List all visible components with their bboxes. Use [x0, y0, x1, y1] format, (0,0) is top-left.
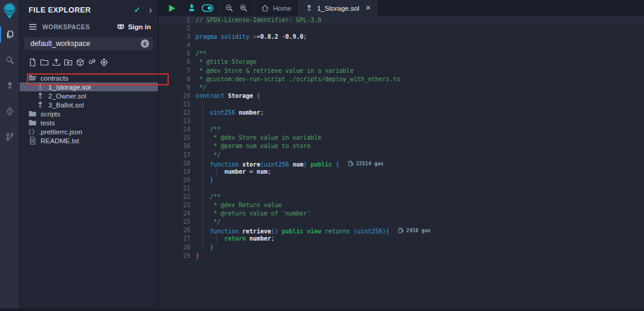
indent-guide	[216, 235, 217, 243]
code-line[interactable]: 26 function retrieve() public view retur…	[159, 226, 644, 235]
upload-file-button[interactable]	[52, 58, 61, 67]
line-number[interactable]: 1	[159, 16, 196, 24]
collapse-chevron-icon[interactable]: ›	[149, 7, 152, 13]
line-number[interactable]: 4	[159, 41, 196, 50]
code-line[interactable]: 9 */	[159, 84, 644, 92]
new-folder-button[interactable]	[40, 58, 49, 67]
code-text: */	[196, 84, 644, 92]
line-number[interactable]: 11	[159, 100, 196, 109]
code-line[interactable]: 1// SPDX-License-Identifier: GPL-3.0	[159, 16, 644, 24]
code-line[interactable]: 23 * @dev Return value	[159, 201, 644, 210]
new-file-button[interactable]	[28, 58, 37, 67]
line-number[interactable]: 3	[159, 33, 196, 41]
code-line[interactable]: 12 uint256 number;	[159, 109, 644, 117]
code-line[interactable]: 29}	[159, 252, 644, 260]
line-number[interactable]: 22	[159, 193, 196, 201]
tree-item-2_owner.sol[interactable]: 2_Owner.sol	[20, 91, 158, 100]
line-number[interactable]: 14	[159, 125, 196, 134]
code-line[interactable]: 28 }	[159, 244, 644, 252]
hamburger-icon[interactable]	[29, 23, 37, 30]
tab-1_storage.sol[interactable]: 1_Storage.sol✕	[298, 0, 377, 16]
tree-item-label: 3_Ballot.sol	[48, 101, 83, 109]
code-line[interactable]: 22 /**	[159, 193, 644, 201]
code-line[interactable]: 7 * @dev Store & retrieve value in a var…	[159, 67, 644, 75]
line-number[interactable]: 26	[159, 226, 196, 235]
tree-item-tests[interactable]: tests	[20, 118, 158, 127]
remix-ide-window: FILE EXPLORER ✓ › WORKSPACES Sign in	[0, 0, 644, 311]
apply-check-icon[interactable]: ✓	[134, 5, 141, 14]
line-number[interactable]: 10	[159, 92, 196, 100]
line-number[interactable]: 29	[159, 252, 196, 260]
code-line[interactable]: 10contract Storage {	[159, 92, 644, 100]
line-number[interactable]: 28	[159, 244, 196, 252]
workspace-select[interactable]: default_workspace	[24, 37, 153, 50]
sidebar-item-deploy-run[interactable]	[0, 98, 20, 124]
line-number[interactable]: 24	[159, 210, 196, 218]
sidebar-item-git[interactable]	[0, 124, 20, 150]
tab-home[interactable]: Home	[254, 0, 298, 16]
code-line[interactable]: 8 * @custom:dev-run-script ./scripts/dep…	[159, 75, 644, 84]
gas-icon	[348, 161, 354, 167]
solidity-file-icon	[36, 91, 45, 100]
code-line[interactable]: 21	[159, 184, 644, 193]
line-number[interactable]: 17	[159, 151, 196, 159]
line-number[interactable]: 2	[159, 24, 196, 33]
sign-in-button[interactable]: Sign in	[116, 23, 151, 31]
home-icon	[261, 4, 270, 13]
line-number[interactable]: 18	[159, 159, 196, 168]
code-line[interactable]: 19 number = num;	[159, 168, 644, 176]
code-line[interactable]: 13	[159, 117, 644, 125]
sidebar-item-search[interactable]	[0, 47, 20, 73]
code-text: number = num;	[196, 168, 644, 176]
line-number[interactable]: 19	[159, 168, 196, 176]
tree-item-.prettierrc.json[interactable]: {}.prettierrc.json	[20, 127, 158, 136]
code-editor[interactable]: 1// SPDX-License-Identifier: GPL-3.023pr…	[159, 16, 644, 311]
line-number[interactable]: 25	[159, 218, 196, 226]
sidebar-item-solidity-compiler[interactable]	[0, 73, 20, 98]
import-url-button[interactable]	[88, 58, 97, 67]
code-line[interactable]: 16 * @param num value to store	[159, 142, 644, 150]
line-number[interactable]: 15	[159, 134, 196, 142]
tree-item-scripts[interactable]: scripts	[20, 109, 158, 118]
line-number[interactable]: 12	[159, 109, 196, 117]
solidity-badge-button[interactable]	[100, 58, 109, 67]
code-line[interactable]: 4	[159, 41, 644, 50]
code-line[interactable]: 5/**	[159, 50, 644, 58]
code-line[interactable]: 11	[159, 100, 644, 109]
line-number[interactable]: 27	[159, 235, 196, 243]
code-line[interactable]: 6 * @title Storage	[159, 58, 644, 66]
code-line[interactable]: 14 /**	[159, 125, 644, 134]
code-line[interactable]: 20 }	[159, 176, 644, 184]
remix-logo[interactable]	[0, 0, 20, 21]
load-box-button[interactable]	[76, 58, 85, 67]
code-line[interactable]: 2	[159, 24, 644, 33]
code-text: // SPDX-License-Identifier: GPL-3.0	[196, 16, 644, 24]
ai-assistant-button[interactable]	[187, 4, 196, 13]
line-number[interactable]: 6	[159, 58, 196, 66]
tree-item-3_ballot.sol[interactable]: 3_Ballot.sol	[20, 100, 158, 109]
line-number[interactable]: 20	[159, 176, 196, 184]
gas-estimate-badge: 2410 gas	[398, 226, 431, 235]
line-number[interactable]: 21	[159, 184, 196, 193]
ai-toggle-button[interactable]	[202, 4, 213, 12]
upload-folder-button[interactable]	[64, 58, 73, 67]
zoom-in-button[interactable]	[239, 4, 248, 13]
line-number[interactable]: 23	[159, 201, 196, 210]
sidebar-item-file-explorer[interactable]	[0, 21, 20, 47]
code-line[interactable]: 25 */	[159, 218, 644, 226]
code-line[interactable]: 24 * @return value of 'number'	[159, 210, 644, 218]
code-text: * @dev Store & retrieve value in a varia…	[196, 67, 644, 75]
close-tab-icon[interactable]: ✕	[366, 4, 371, 12]
code-text: /**	[196, 193, 644, 201]
code-line[interactable]: 3pragma solidity >=0.8.2 <0.9.0;	[159, 33, 644, 41]
line-number[interactable]: 13	[159, 117, 196, 125]
code-line[interactable]: 18 function store(uint256 num) public {2…	[159, 159, 644, 168]
code-line[interactable]: 17 */	[159, 151, 644, 159]
line-number[interactable]: 5	[159, 50, 196, 58]
code-line[interactable]: 27 return number;	[159, 235, 644, 243]
tree-item-readme.txt[interactable]: README.txt	[20, 136, 158, 145]
zoom-out-button[interactable]	[225, 4, 234, 13]
run-script-button[interactable]	[168, 4, 176, 13]
line-number[interactable]: 16	[159, 142, 196, 150]
code-line[interactable]: 15 * @dev Store value in variable	[159, 134, 644, 142]
